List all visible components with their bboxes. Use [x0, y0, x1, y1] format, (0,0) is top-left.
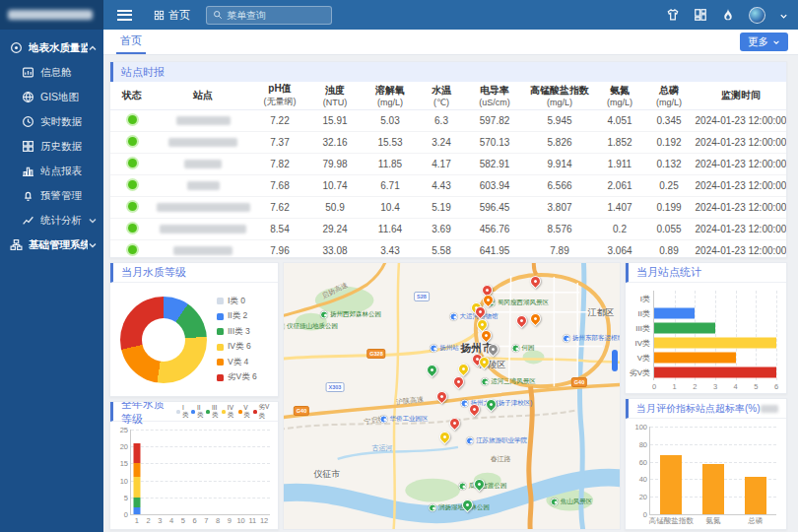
map-pin-red[interactable]	[447, 416, 463, 432]
park-poi[interactable]: 焦山风景区	[551, 498, 593, 506]
table-row: 8.5429.2411.643.69456.768.5760.20.055202…	[110, 218, 787, 239]
legend-item[interactable]: II类	[191, 403, 203, 421]
sidebar-item[interactable]: GIS地图	[0, 85, 103, 109]
park-poi[interactable]: 何园	[512, 344, 535, 353]
table-row: 7.6250.910.45.19596.453.8071.4070.199202…	[110, 196, 787, 218]
station-name-blurred	[168, 138, 237, 147]
park-poi[interactable]: 运河三湾风景区	[481, 377, 536, 386]
map[interactable]: 古运河沪陕高速启扬高速宁启线春江路G40G40G328S28X303扬州西郊森林…	[283, 262, 621, 530]
nav-home[interactable]: 首页	[154, 8, 190, 23]
road-badge: S28	[414, 292, 430, 301]
sidebar-item[interactable]: 统计分析	[0, 208, 103, 233]
place-poi[interactable]: 江苏旅游职业学院	[466, 436, 527, 445]
hbar-row: IV类	[654, 338, 776, 349]
place-poi[interactable]: 扬州站	[430, 344, 459, 353]
x-tick: 2	[147, 514, 151, 525]
y-tick: 15	[120, 459, 131, 468]
sidebar-group[interactable]: 基础管理系统	[0, 233, 103, 257]
legend-label: 劣V类	[259, 403, 270, 421]
cell-value: 5.03	[363, 109, 418, 131]
layout-icon[interactable]	[694, 8, 707, 22]
chevron-down-icon	[772, 36, 780, 48]
menu-search[interactable]	[206, 6, 332, 25]
category-label: 氨氮	[706, 514, 721, 526]
sidebar-item[interactable]: 历史数据	[0, 134, 103, 159]
map-pin-red[interactable]	[514, 313, 530, 329]
cell-value: 7.96	[252, 239, 307, 258]
legend-item[interactable]: IV类 6	[217, 341, 257, 353]
bar-segment	[133, 463, 140, 477]
x-tick: 4	[169, 514, 173, 525]
legend-label: I类	[182, 404, 189, 420]
legend-item[interactable]: 劣V类 6	[217, 371, 257, 383]
sidebar-item[interactable]: 实时数据	[0, 109, 103, 134]
hbar-row: II类	[654, 307, 776, 318]
legend-item[interactable]: V类 4	[217, 357, 257, 368]
theme-skin-icon[interactable]	[666, 8, 680, 22]
legend-label: I类 0	[228, 296, 245, 307]
map-pin-red[interactable]	[528, 274, 544, 290]
legend-item[interactable]: III类 3	[217, 326, 257, 338]
panel-title-monthly-grade: 当月水质等级	[110, 263, 278, 283]
cell-value: 2024-01-23 12:00:00	[694, 218, 787, 239]
legend-item[interactable]: I类	[176, 403, 188, 421]
x-tick: 2	[693, 380, 697, 391]
map-pin-yellow[interactable]	[456, 362, 472, 377]
poi-icon	[320, 310, 328, 318]
park-poi[interactable]: 蜀冈瘦西湖风景区	[488, 299, 549, 307]
bar	[654, 353, 736, 364]
sidebar-item[interactable]: 站点报表	[0, 159, 103, 183]
tab-home[interactable]: 首页	[116, 30, 146, 54]
chevron-down-icon[interactable]	[779, 11, 788, 20]
park-poi[interactable]: 润扬湿地森林公园	[429, 503, 490, 512]
category-label: 劣V类	[630, 367, 654, 378]
exceed-rate-panel: 当月评价指标站点超标率(%) 020406080100高锰酸盐指数氨氮总磷	[625, 398, 787, 530]
map-pin-green[interactable]	[425, 363, 440, 378]
table-header: 状态站点pH值(无量纲)浊度(NTU)溶解氧(mg/L)水温(℃)电导率(uS/…	[110, 82, 787, 109]
map-control[interactable]	[612, 350, 618, 371]
legend-item[interactable]: IV类	[222, 403, 235, 421]
bar	[660, 455, 682, 514]
poi-label: 扬州西郊森林公园	[330, 310, 381, 319]
gridline	[650, 427, 776, 428]
search-input[interactable]	[227, 10, 325, 21]
sidebar-item[interactable]: 预警管理	[0, 183, 103, 208]
x-tick: 5	[181, 514, 185, 525]
sidebar-group[interactable]: 地表水质量监测系统	[0, 35, 103, 60]
table-body: 7.2215.915.036.3597.825.9454.0510.345202…	[110, 109, 787, 258]
legend-swatch	[217, 328, 224, 335]
park-poi[interactable]: 扬州西郊森林公园	[320, 310, 381, 319]
legend-label: II类 2	[228, 310, 247, 322]
legend-item[interactable]: II类 2	[217, 310, 257, 322]
legend-item[interactable]: V类	[238, 403, 250, 421]
content-area: 站点时报 状态站点pH值(无量纲)浊度(NTU)溶解氧(mg/L)水温(℃)电导…	[103, 55, 798, 532]
park-poi[interactable]: 仪征捺山地质公园	[283, 322, 338, 331]
map-pin-red[interactable]	[434, 389, 450, 405]
stacked-bar	[237, 430, 244, 514]
bar	[654, 307, 695, 318]
more-button[interactable]: 更多	[740, 33, 788, 51]
monthly-grade-panel: 当月水质等级 I类 0II类 2III类 3IV类 6V类 4劣V类 6	[109, 262, 279, 397]
x-tick: 3	[158, 514, 162, 525]
cell-value: 0.2	[595, 218, 644, 239]
legend-item[interactable]: III类	[206, 403, 219, 421]
legend-item[interactable]: I类 0	[217, 296, 257, 307]
sidebar-item[interactable]: 信息舱	[0, 60, 103, 85]
sidebar-menu: 地表水质量监测系统信息舱GIS地图实时数据历史数据站点报表预警管理统计分析基础管…	[0, 30, 103, 257]
map-pin-yellow[interactable]	[437, 430, 453, 445]
flame-icon[interactable]	[721, 8, 735, 22]
stacked-bar	[191, 430, 198, 514]
place-poi[interactable]: 华侨工业园区	[380, 415, 429, 424]
map-pin-orange[interactable]	[528, 311, 544, 327]
user-avatar[interactable]	[749, 7, 765, 24]
y-tick: 80	[639, 439, 650, 448]
bar	[745, 477, 766, 514]
legend-item[interactable]: 劣V类	[253, 403, 270, 421]
logo-blurred-text	[8, 10, 93, 20]
sidebar-item-label: 统计分析	[40, 214, 88, 228]
map-pin-red[interactable]	[451, 374, 467, 390]
place-poi[interactable]: 扬州东部客运枢纽	[563, 334, 621, 343]
menu-toggle-icon[interactable]	[117, 10, 132, 21]
cell-value: 2024-01-23 12:00:00	[694, 153, 787, 174]
legend-swatch	[217, 298, 224, 304]
